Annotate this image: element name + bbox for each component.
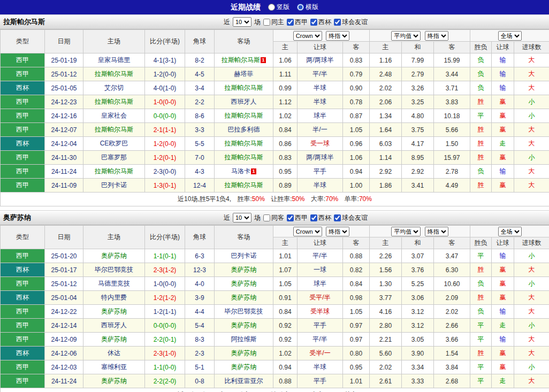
team-link[interactable]: 奥萨苏纳 <box>101 377 127 385</box>
cup-checkbox[interactable] <box>310 19 317 26</box>
same-venue-checkbox[interactable] <box>263 19 270 26</box>
europe-final-select[interactable]: 终指 <box>425 227 448 236</box>
team-link[interactable]: 马德里竞技 <box>98 280 130 287</box>
games-label: 场 <box>254 18 261 27</box>
corner-cell: 8-3 <box>185 333 215 347</box>
team-link[interactable]: 特内里费 <box>101 294 127 301</box>
team-link[interactable]: 赫塔菲 <box>234 70 254 78</box>
team-link[interactable]: 休达 <box>108 349 120 357</box>
layout-vertical-option[interactable]: 竖版 <box>268 3 289 12</box>
cup-checkbox[interactable] <box>310 214 317 221</box>
europe-final-select[interactable]: 终指 <box>425 31 448 41</box>
handicap-result-cell: 赢 <box>492 179 514 193</box>
team-link[interactable]: 拉斯帕尔马斯 <box>95 167 133 175</box>
team-link[interactable]: 奥萨苏纳 <box>231 280 257 287</box>
team-link[interactable]: 比利亚雷亚尔 <box>225 377 263 385</box>
team-link[interactable]: CE欧罗巴 <box>100 140 128 147</box>
scope-select[interactable]: 全场 <box>498 227 522 236</box>
team-link[interactable]: 拉斯帕尔马斯 <box>225 153 263 161</box>
team-link[interactable]: 拉斯帕尔马斯 <box>95 70 133 78</box>
handicap-result-cell: 赢 <box>492 347 514 360</box>
match-count-select[interactable]: 10 <box>233 213 251 222</box>
team-link[interactable]: 奥萨苏纳 <box>231 363 257 371</box>
team-link[interactable]: 拉斯帕尔马斯 <box>222 56 260 64</box>
europe-away-odds: 2.02 <box>434 305 470 319</box>
team-link[interactable]: 奥萨苏纳 <box>231 266 257 273</box>
team-link[interactable]: 拉斯帕尔马斯 <box>225 84 263 91</box>
vertical-radio[interactable] <box>268 4 275 11</box>
team-link[interactable]: 奥萨苏纳 <box>101 335 127 343</box>
team-link[interactable]: 奥萨苏纳 <box>231 321 257 329</box>
team-link[interactable]: 巴列卡诺 <box>231 252 257 259</box>
handicap-result-cell: 输 <box>492 67 514 81</box>
match-row: 西杯25-01-04特内里费1-2(1-2)3-9奥萨苏纳0.91受平/半0.9… <box>1 291 549 305</box>
same-venue-filter[interactable]: 同主 <box>263 18 284 27</box>
team-link[interactable]: 拉斯帕尔马斯 <box>225 112 263 119</box>
asia-final-select[interactable]: 终指 <box>326 31 349 41</box>
friendly-checkbox[interactable] <box>334 214 341 221</box>
team-link[interactable]: 奥萨苏纳 <box>231 294 257 301</box>
league-type-cell: 西甲 <box>1 319 45 333</box>
score-cell: 2-3(1-0) <box>145 347 185 360</box>
team-link[interactable]: 西班牙人 <box>231 98 257 105</box>
team-link[interactable]: 拉斯帕尔马斯 <box>225 181 263 189</box>
handicap-result-cell: 输 <box>492 305 514 319</box>
liga-checkbox[interactable] <box>287 19 294 26</box>
team-link[interactable]: 艾尔切 <box>104 84 124 91</box>
col-type: 类型 <box>1 226 45 249</box>
col-asia-line: 让球 <box>298 42 343 53</box>
asia-home-odds: 1.06 <box>273 53 298 67</box>
same-venue-filter[interactable]: 同客 <box>263 213 284 222</box>
team-link[interactable]: 阿拉维斯 <box>231 335 257 343</box>
asia-away-odds: 0.96 <box>343 137 370 151</box>
handicap-line-cell: 平/半 <box>298 249 343 263</box>
team-link[interactable]: 皇家马德里 <box>98 56 130 64</box>
col-asia-home: 主 <box>273 42 298 53</box>
league-filter-friendly[interactable]: 球会友谊 <box>334 18 368 27</box>
asia-final-select[interactable]: 终指 <box>326 227 349 236</box>
scope-select[interactable]: 全场 <box>498 31 522 41</box>
league-filter-liga[interactable]: 西甲 <box>287 18 308 27</box>
team-link[interactable]: 毕尔巴鄂竞技 <box>95 266 133 273</box>
bookmaker-select[interactable]: Crown <box>293 31 322 41</box>
league-type-cell: 西甲 <box>1 67 45 81</box>
handicap-line-cell: 平/半 <box>298 333 343 347</box>
league-filter-liga[interactable]: 西甲 <box>287 213 308 222</box>
europe-home-odds: 2.06 <box>370 95 402 109</box>
league-filter-cup[interactable]: 西杯 <box>310 213 331 222</box>
europe-average-select[interactable]: 平均值 <box>391 31 421 41</box>
team-link[interactable]: 拉斯帕尔马斯 <box>225 140 263 147</box>
team-link[interactable]: 奥萨苏纳 <box>101 252 127 259</box>
team-link[interactable]: 西班牙人 <box>101 321 127 329</box>
team-link[interactable]: 奥萨苏纳 <box>231 349 257 357</box>
league-filter-cup[interactable]: 西杯 <box>310 18 331 27</box>
horizontal-radio[interactable] <box>297 4 304 11</box>
league-filter-friendly[interactable]: 球会友谊 <box>334 213 368 222</box>
europe-average-select[interactable]: 平均值 <box>391 227 421 236</box>
match-count-select[interactable]: 10 <box>233 17 251 27</box>
liga-checkbox[interactable] <box>287 214 294 221</box>
team-link[interactable]: 奥萨苏纳 <box>101 308 127 315</box>
bookmaker-select[interactable]: Crown <box>293 227 322 236</box>
home-team-cell: 拉斯帕尔马斯 <box>83 123 145 137</box>
team-link[interactable]: 巴列卡诺 <box>101 181 127 189</box>
cup-label: 西杯 <box>318 213 331 222</box>
away-team-cell: 巴拉多利德 <box>215 123 273 137</box>
team-link[interactable]: 毕尔巴鄂竞技 <box>225 308 263 315</box>
match-row: 西甲24-11-09巴列卡诺1-3(0-1)12-4拉斯帕尔马斯0.89半球1.… <box>1 179 549 193</box>
team-link[interactable]: 巴塞罗那 <box>101 153 127 161</box>
friendly-checkbox[interactable] <box>334 19 341 26</box>
goals-result-cell: 小 <box>514 249 549 263</box>
score-cell: 2-1(1-1) <box>145 123 185 137</box>
team-link[interactable]: 拉斯帕尔马斯 <box>95 126 133 133</box>
team-link[interactable]: 皇家社会 <box>101 112 127 119</box>
layout-horizontal-option[interactable]: 横版 <box>297 3 318 12</box>
same-venue-checkbox[interactable] <box>263 214 270 221</box>
team-link[interactable]: 塞维利亚 <box>101 363 127 371</box>
col-euro-home: 主 <box>370 237 402 249</box>
league-type-cell: 西甲 <box>1 249 45 263</box>
team-link[interactable]: 马洛卡 <box>231 167 250 175</box>
team-link[interactable]: 拉斯帕尔马斯 <box>95 98 133 105</box>
team-link[interactable]: 巴拉多利德 <box>228 126 260 133</box>
europe-home-odds: 2.26 <box>370 249 402 263</box>
